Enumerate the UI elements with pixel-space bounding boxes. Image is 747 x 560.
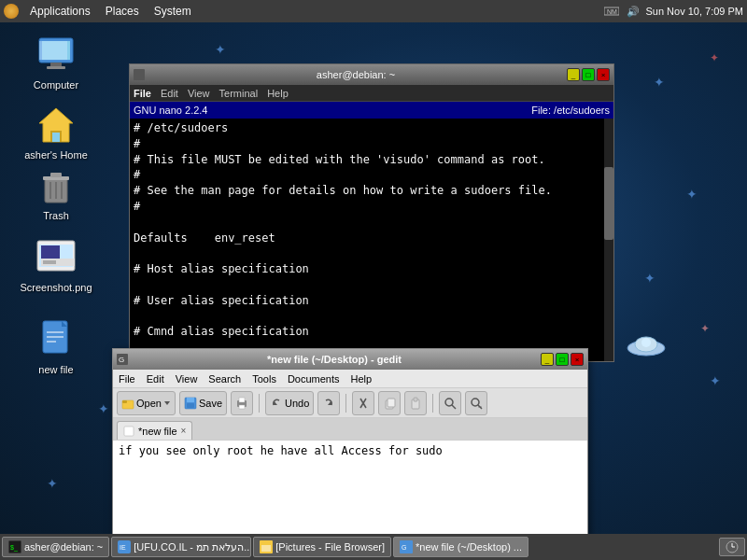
svg-rect-13	[50, 173, 62, 177]
toolbar-sep-3	[432, 394, 433, 413]
gedit-win-controls-left: G	[117, 354, 128, 365]
desktop-icon-home[interactable]: asher's Home	[19, 103, 93, 161]
nano-title: asher@debian: ~	[145, 69, 567, 80]
taskbar-item-pictures[interactable]: [Pictures - File Browser]	[253, 537, 391, 557]
desktop-icon-newfile[interactable]: new file	[19, 317, 93, 375]
gedit-paste-btn[interactable]	[404, 391, 427, 415]
cut-icon	[357, 397, 370, 410]
gedit-print-btn[interactable]	[231, 391, 253, 415]
trash-icon-img	[34, 163, 78, 208]
nano-minimize-btn[interactable]: _	[567, 68, 580, 81]
open-dropdown-icon	[163, 399, 171, 407]
nano-header-bar: GNU nano 2.2.4 File: /etc/sudoers	[130, 102, 613, 119]
gedit-maximize-btn[interactable]: □	[556, 353, 569, 366]
gedit-open-btn[interactable]: Open	[117, 391, 176, 415]
nano-menu-terminal[interactable]: Terminal	[219, 88, 259, 99]
screenshot-svg	[35, 237, 77, 278]
nano-menubar: File Edit View Terminal Help	[130, 85, 613, 102]
open-folder-icon	[121, 397, 134, 410]
gedit-tab-newfile[interactable]: *new file ×	[117, 421, 192, 440]
svg-line-51	[452, 405, 456, 409]
svg-marker-35	[164, 401, 170, 405]
desktop-icon-computer[interactable]: Computer	[19, 33, 93, 91]
screenshot-icon-img	[34, 235, 78, 280]
gedit-copy-btn[interactable]	[378, 391, 401, 415]
top-panel: Applications Places System NM 🔊 Sun Nov …	[0, 0, 747, 22]
desktop-icon-screenshot[interactable]: Screenshot.png	[19, 235, 93, 293]
nano-maximize-btn[interactable]: □	[582, 68, 595, 81]
taskbar-gedit-label: *new file (~/Desktop) ...	[416, 541, 522, 553]
computer-svg	[35, 35, 77, 76]
ufo-decoration	[626, 331, 663, 354]
copy-icon	[383, 397, 396, 410]
gedit-title: *new file (~/Desktop) - gedit	[128, 354, 541, 365]
star-deco-1: ✦	[215, 42, 226, 57]
home-icon-label: asher's Home	[24, 149, 88, 161]
applications-menu[interactable]: Applications	[26, 5, 94, 18]
nano-win-buttons[interactable]: _ □ ×	[567, 68, 610, 81]
gedit-close-btn[interactable]: ×	[571, 353, 584, 366]
nano-menu-view[interactable]: View	[188, 88, 210, 99]
top-panel-left: Applications Places System	[4, 4, 195, 19]
gedit-menu-documents[interactable]: Documents	[286, 373, 342, 385]
newfile-icon-img	[34, 317, 78, 362]
gedit-redo-btn[interactable]	[317, 391, 340, 415]
trash-svg	[35, 165, 77, 206]
gedit-menu-tools[interactable]: Tools	[250, 373, 278, 385]
save-icon	[184, 397, 197, 410]
svg-rect-40	[239, 398, 245, 402]
gedit-undo-btn[interactable]: Undo	[265, 391, 314, 415]
svg-rect-6	[50, 63, 62, 66]
taskbar-pictures-label: [Pictures - File Browser]	[275, 541, 385, 553]
newfile-svg	[35, 319, 77, 360]
places-menu[interactable]: Places	[102, 5, 143, 18]
nano-menu-edit[interactable]: Edit	[161, 88, 178, 99]
nano-close-btn[interactable]: ×	[597, 68, 610, 81]
svg-rect-7	[47, 66, 65, 69]
taskbar-item-gedit[interactable]: G *new file (~/Desktop) ...	[393, 537, 529, 557]
gedit-search-btn[interactable]	[439, 391, 461, 415]
system-menu[interactable]: System	[150, 5, 195, 18]
gedit-menu-file[interactable]: File	[117, 373, 137, 385]
browser-taskbar-icon: IE	[118, 540, 131, 553]
gedit-text: if you see only root he have all Access …	[119, 444, 443, 457]
nano-menu-file[interactable]: File	[134, 88, 151, 99]
gedit-save-btn[interactable]: Save	[179, 391, 227, 415]
gedit-minimize-btn[interactable]: _	[541, 353, 554, 366]
bottom-taskbar: $_ asher@debian: ~ IE [UFU.CO.IL - העלאת…	[0, 534, 747, 560]
save-btn-label: Save	[199, 398, 222, 409]
svg-text:NM: NM	[607, 8, 617, 15]
volume-icon: 🔊	[625, 4, 640, 19]
gedit-menu-view[interactable]: View	[174, 373, 200, 385]
svg-rect-34	[122, 400, 127, 403]
gedit-menu-search[interactable]: Search	[206, 373, 243, 385]
svg-text:$_: $_	[10, 544, 18, 552]
taskbar-item-terminal[interactable]: $_ asher@debian: ~	[2, 537, 109, 557]
svg-rect-37	[187, 398, 194, 402]
gedit-content[interactable]: if you see only root he have all Access …	[113, 441, 587, 548]
computer-icon-img	[34, 33, 78, 77]
nano-menu-help[interactable]: Help	[267, 88, 289, 99]
files-taskbar-icon	[260, 540, 273, 553]
red-star-2: ✦	[710, 51, 719, 64]
gedit-cut-btn[interactable]	[352, 391, 374, 415]
gedit-menu-edit[interactable]: Edit	[145, 373, 166, 385]
toolbar-sep-1	[259, 394, 260, 413]
home-svg	[35, 105, 77, 146]
nano-version: GNU nano 2.2.4	[134, 105, 208, 116]
gedit-replace-btn[interactable]	[465, 391, 487, 415]
nano-content[interactable]: # /etc/sudoers # # This file MUST be edi…	[130, 119, 604, 361]
svg-rect-38	[187, 403, 194, 408]
svg-rect-5	[39, 41, 67, 60]
gedit-tab-label: *new file	[138, 426, 177, 437]
nano-scrollbar[interactable]	[604, 119, 613, 361]
taskbar-item-ufu[interactable]: IE [UFU.CO.IL - העלאת תמ...	[111, 537, 251, 557]
taskbar-terminal-label: asher@debian: ~	[24, 541, 103, 553]
tab-close-btn[interactable]: ×	[181, 426, 187, 436]
gedit-menu-help[interactable]: Help	[349, 373, 374, 385]
svg-rect-55	[124, 427, 134, 436]
desktop-icon-trash[interactable]: Trash	[19, 163, 93, 221]
network-icon: NM	[604, 4, 619, 19]
svg-rect-41	[239, 405, 245, 409]
gedit-win-buttons[interactable]: _ □ ×	[541, 353, 584, 366]
